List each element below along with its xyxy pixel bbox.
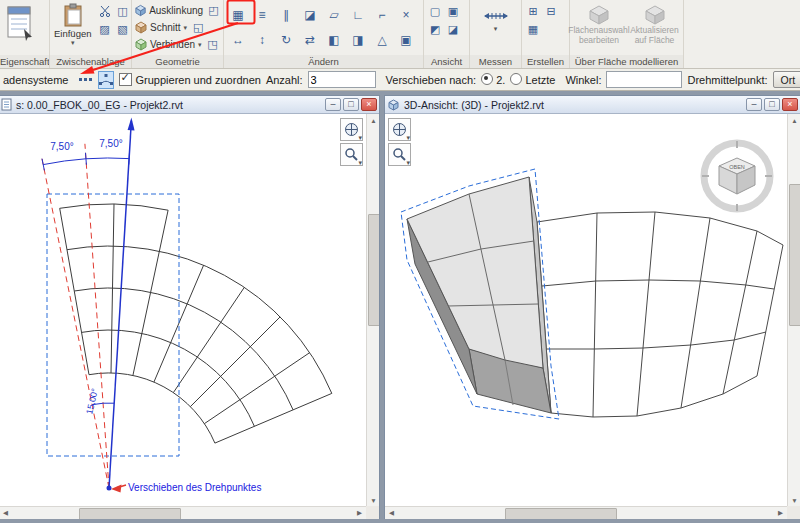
view3d-horizontal-thumb[interactable] (505, 508, 617, 519)
face-selection-label-2: bearbeiten (579, 36, 619, 45)
plan-minimize-button[interactable]: – (325, 98, 341, 111)
align-button[interactable]: ≡ (251, 5, 273, 25)
split-button[interactable]: ◧ (323, 30, 345, 50)
view-tool-4-button[interactable]: ◪ (445, 21, 461, 37)
view3d-minimize-button[interactable]: – (746, 98, 762, 111)
swap-button[interactable]: ⇄ (299, 30, 321, 50)
rotation-center-point[interactable] (107, 486, 112, 491)
view3d-scroll-up-icon[interactable]: ▲ (788, 114, 800, 126)
match-type-button[interactable]: ▧ (115, 21, 131, 37)
plan-steering-wheel-button[interactable]: ▾ (340, 118, 363, 141)
panel-label-aendern: Ändern (224, 55, 423, 68)
view3d-close-button[interactable]: × (782, 98, 798, 111)
cut-geometry-extra-button[interactable]: ◱ (190, 20, 206, 36)
linear-array-toggle[interactable] (78, 71, 93, 89)
pivot-place-button[interactable]: Ort (773, 71, 800, 88)
dimension-left[interactable]: 7,50° (50, 141, 73, 152)
plan-horizontal-thumb[interactable] (79, 508, 181, 519)
second-radio[interactable] (481, 73, 493, 85)
create-tool-3-icon: ▦ (528, 23, 538, 36)
plan-scroll-down-icon[interactable]: ▼ (367, 494, 379, 506)
plan-scroll-left-icon[interactable]: ◀ (0, 507, 12, 519)
join-label[interactable]: Verbinden (150, 39, 195, 50)
plan-scroll-right-icon[interactable]: ▶ (353, 507, 366, 519)
linear-array-icon (79, 73, 92, 86)
join-dropdown-icon[interactable]: ▾ (198, 42, 202, 48)
view-tool-2-button[interactable]: ▣ (445, 3, 461, 19)
properties-button[interactable] (2, 2, 36, 44)
group-checkbox[interactable] (119, 73, 132, 86)
paste-button[interactable]: Einfügen ▾ (52, 2, 94, 54)
create-tool-3-button[interactable]: ▦ (525, 21, 541, 37)
plan-zoom-button[interactable]: ▾ (340, 143, 363, 166)
dimension-rotation[interactable]: 15,00° (84, 387, 100, 415)
mirror-draw-button[interactable]: ▱ (323, 5, 345, 25)
count-input[interactable] (308, 71, 376, 88)
radial-array-toggle[interactable] (98, 71, 114, 89)
view3d-scroll-right-icon[interactable]: ▶ (774, 507, 787, 519)
create-tool-2-button[interactable]: ⊟ (543, 3, 559, 19)
measure-button[interactable]: ▾ (481, 6, 511, 33)
plan-vertical-scrollbar[interactable]: ▲ ▼ (366, 114, 379, 506)
extruded-panel[interactable] (407, 177, 551, 413)
rotate-button[interactable]: ↻ (275, 30, 297, 50)
note-text: Verschieben des Drehpunktes (128, 482, 261, 493)
view3d-canvas[interactable]: OBEN ▾ (385, 114, 800, 519)
pin-button[interactable]: ▣ (395, 30, 417, 50)
trim-button[interactable]: ⌐ (371, 5, 393, 25)
view-tool-1-icon: ▢ (430, 5, 440, 18)
array-tool-button[interactable]: ▦ (227, 5, 249, 25)
plan-horizontal-scrollbar[interactable]: ◀ ▶ (0, 506, 366, 519)
view-tool-1-button[interactable]: ▢ (427, 3, 443, 19)
match-type-icon: ▧ (117, 23, 127, 36)
coping-extra-button[interactable]: ◰ (206, 3, 221, 19)
view3d-scroll-left-icon[interactable]: ◀ (385, 507, 398, 519)
view3d-window-titlebar[interactable]: 3D-Ansicht: (3D) - Projekt2.rvt – □ × (385, 96, 800, 114)
face-selection-button: Flächenauswahl bearbeiten (572, 2, 626, 54)
dimension-right[interactable]: 7,50° (99, 138, 122, 149)
plan-scroll-up-icon[interactable]: ▲ (367, 114, 379, 126)
view3d-vertical-thumb[interactable] (789, 184, 800, 326)
plan-close-button[interactable]: × (361, 98, 377, 111)
copy-button[interactable]: ◫ (115, 3, 131, 19)
offset-button[interactable]: ∥ (275, 5, 297, 25)
split-gap-button[interactable]: ◨ (347, 30, 369, 50)
mirror-button[interactable]: ◪ (299, 5, 321, 25)
last-radio[interactable] (510, 73, 522, 85)
resize-button[interactable]: ↕ (251, 30, 273, 50)
group-checkbox-row: Gruppieren und zuordnen (119, 73, 260, 86)
plan-vertical-thumb[interactable] (368, 214, 379, 326)
create-tool-1-button[interactable]: ⊞ (525, 3, 541, 19)
view3d-drawing: OBEN (385, 114, 787, 508)
plan-maximize-button[interactable]: □ (343, 98, 359, 111)
cut-geometry-dropdown-icon[interactable]: ▾ (184, 25, 188, 31)
context-label: adensysteme (3, 74, 68, 86)
panel-label-zwischenablage: Zwischenablage (50, 55, 131, 68)
plan-window-titlebar[interactable]: s: 0.00_FBOK_00_EG - Projekt2.rvt – □ × (0, 96, 379, 114)
cut-button[interactable] (97, 3, 113, 19)
coping-label[interactable]: Ausklinkung (149, 5, 203, 16)
view-tool-3-button[interactable]: ◩ (427, 21, 443, 37)
move-button[interactable]: ↔ (227, 30, 249, 50)
group-checkbox-label: Gruppieren und zuordnen (136, 74, 261, 86)
paintbrush-button[interactable]: ▨ (97, 21, 113, 37)
angle-input[interactable] (606, 71, 682, 88)
clipboard-mini-tools: ◫ ▨ ▧ (96, 2, 132, 54)
measure-icon (483, 7, 509, 25)
view3d-vertical-scrollbar[interactable]: ▲ ▼ (787, 114, 800, 506)
corner-button[interactable]: ∟ (347, 5, 369, 25)
view3d-scroll-down-icon[interactable]: ▼ (788, 494, 800, 506)
join-extra-button[interactable]: ◳ (205, 37, 221, 53)
view3d-steering-wheel-button[interactable]: ▾ (388, 118, 411, 141)
view3d-horizontal-scrollbar[interactable]: ◀ ▶ (385, 506, 787, 519)
viewcube-top-label[interactable]: OBEN (729, 164, 745, 170)
options-bar: adensysteme Gruppieren und zuordnen Anza… (0, 69, 800, 91)
viewcube[interactable]: OBEN (702, 141, 772, 211)
view3d-zoom-button[interactable]: ▾ (388, 143, 411, 166)
scale-button[interactable]: △ (371, 30, 393, 50)
plan-view-canvas[interactable]: 7,50° 7,50° 15,00° Verschieben des Drehp… (0, 114, 379, 519)
join-row: Verbinden ▾ ◳ (134, 36, 221, 53)
cut-geometry-label[interactable]: Schnitt (150, 22, 181, 33)
delete-button[interactable]: × (395, 5, 417, 25)
view3d-maximize-button[interactable]: □ (764, 98, 780, 111)
